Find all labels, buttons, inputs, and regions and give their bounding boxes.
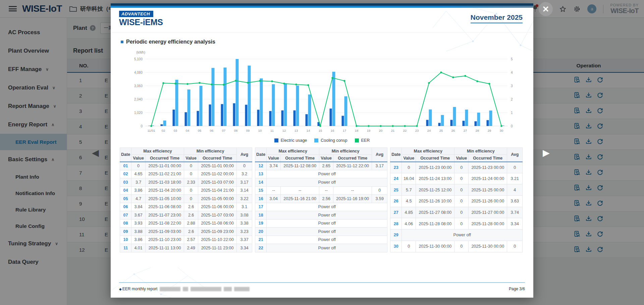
col-max-efficiency: Max efficiency — [267, 148, 319, 155]
efficiency-table-1: DateMax efficiencyMin efficiencyAvgValue… — [120, 147, 252, 252]
legend-cooling-consp: Cooling consp — [314, 138, 347, 143]
col-min-time: Occurred Time — [469, 155, 507, 162]
svg-text:28: 28 — [476, 129, 479, 132]
footer-report-label: ◆ EER monthly report — [119, 287, 250, 291]
svg-text:10: 10 — [258, 129, 262, 132]
col-min-time: Occurred Time — [333, 155, 372, 162]
svg-text:0: 0 — [141, 124, 143, 128]
svg-text:5,100: 5,100 — [134, 57, 143, 61]
efficiency-table-3: DateMax efficiencyMin efficiencyAvgValue… — [390, 147, 523, 252]
svg-text:16: 16 — [331, 129, 334, 132]
col-date: Date — [255, 148, 267, 162]
col-avg: Avg — [237, 148, 252, 162]
svg-text:19: 19 — [367, 129, 371, 132]
eff-row-02: 024.652025-11-02 21:0002025-11-02 00:003… — [120, 170, 252, 178]
col-avg: Avg — [507, 148, 523, 162]
advantech-logo: ADVANTECH — [119, 11, 153, 17]
eff-row-18: 18Power off — [255, 211, 387, 220]
eff-row-09: 093.882025-11-09 03:002.62025-11-09 23:0… — [120, 228, 252, 236]
eff-row-19: 19Power off — [255, 219, 387, 228]
eff-row-15: 15--------0 — [255, 186, 387, 195]
legend-eer: EER — [355, 138, 370, 143]
close-icon[interactable]: ✕ — [539, 2, 553, 16]
col-max-value: Value — [131, 155, 146, 162]
col-max-value: Value — [267, 155, 281, 162]
svg-text:02: 02 — [162, 129, 165, 132]
modal-footer: ◆ EER monthly report Page 3/6 — [119, 282, 525, 291]
svg-text:24: 24 — [427, 129, 431, 132]
col-min-time: Occurred Time — [198, 155, 237, 162]
page-indicator: Page 3/6 — [509, 287, 525, 291]
svg-text:03: 03 — [174, 129, 177, 132]
svg-text:29: 29 — [488, 129, 491, 132]
col-max-efficiency: Max efficiency — [402, 148, 454, 155]
eff-row-24: 2416.042025-11-24 13:0002025-11-24 00:00… — [390, 173, 523, 184]
col-min-efficiency: Min efficiency — [184, 148, 237, 155]
col-min-value: Value — [454, 155, 469, 162]
svg-text:07: 07 — [222, 129, 226, 132]
eff-row-21: 21Power off — [255, 236, 387, 244]
eff-row-10: 103.862025-11-10 23:002.572025-11-10 22:… — [120, 236, 252, 244]
eff-row-07: 073.672025-11-07 23:002.62025-11-07 03:0… — [120, 211, 252, 220]
eff-row-13: 13Power off — [255, 170, 387, 178]
modal-top-stripe-blue — [111, 6, 533, 8]
eff-row-16: 163.042025-11-16 21:002.562025-11-16 19:… — [255, 195, 387, 203]
col-max-time: Occurred Time — [416, 155, 454, 162]
svg-text:27: 27 — [464, 129, 467, 132]
svg-text:4,080: 4,080 — [134, 71, 143, 74]
svg-text:4: 4 — [511, 71, 513, 74]
svg-text:15: 15 — [319, 129, 322, 132]
svg-text:2: 2 — [511, 98, 513, 101]
col-avg: Avg — [372, 148, 387, 162]
eff-row-06: 063.842025-11-06 08:002.62025-11-06 00:0… — [120, 203, 252, 211]
col-max-time: Occurred Time — [146, 155, 184, 162]
svg-text:3: 3 — [511, 84, 513, 88]
modal-top-stripe-dark — [111, 3, 533, 6]
wise-iems-logo: WISE-iEMS — [119, 17, 163, 27]
eff-row-26: 264.52025-11-26 10:0002025-11-26 00:003.… — [390, 196, 523, 207]
prev-page-arrow[interactable]: ◀ — [92, 147, 99, 158]
svg-text:25: 25 — [439, 129, 443, 132]
eff-row-17: 17Power off — [255, 203, 387, 211]
svg-text:08: 08 — [234, 129, 238, 132]
col-min-efficiency: Min efficiency — [454, 148, 507, 155]
eff-row-12: 123.742025-11-12 08:002.652025-11-12 22:… — [255, 162, 387, 170]
header-separator — [111, 32, 533, 33]
efficiency-table-2: DateMax efficiencyMin efficiencyAvgValue… — [255, 147, 387, 252]
eer-report-modal: ADVANTECH WISE-iEMS November 2025 Period… — [111, 3, 533, 298]
col-max-efficiency: Max efficiency — [131, 148, 184, 155]
eff-row-01: 0102025-11-01 00:0002025-11-01 00:000 — [120, 162, 252, 170]
eff-row-23: 2302025-11-23 00:0002025-11-23 00:000 — [390, 162, 523, 173]
eff-row-27: 274.852025-11-27 08:0002025-11-27 00:003… — [390, 207, 523, 218]
chart-legend: Electric usageCooling conspEER — [111, 138, 533, 143]
svg-text:11: 11 — [270, 129, 274, 132]
svg-text:3,060: 3,060 — [134, 84, 143, 88]
next-page-arrow[interactable]: ▶ — [543, 147, 550, 158]
eff-row-14: 14Power off — [255, 178, 387, 187]
svg-text:17: 17 — [343, 129, 346, 132]
eff-row-25: 255.72025-11-25 12:0002025-11-25 00:004 — [390, 184, 523, 196]
col-min-value: Value — [319, 155, 333, 162]
svg-text:05: 05 — [198, 129, 202, 132]
svg-text:11/01: 11/01 — [147, 129, 155, 132]
eff-row-30: 3002025-11-30 00:0002025-11-30 00:000 — [390, 241, 523, 252]
efficiency-tables: DateMax efficiencyMin efficiencyAvgValue… — [120, 147, 523, 252]
svg-text:5: 5 — [511, 57, 513, 61]
square-bullet-icon — [121, 41, 123, 43]
svg-text:20: 20 — [379, 129, 383, 132]
col-max-time: Occurred Time — [281, 155, 319, 162]
svg-text:09: 09 — [246, 129, 250, 132]
svg-text:06: 06 — [210, 129, 214, 132]
svg-text:21: 21 — [391, 129, 395, 132]
diamond-icon: ◆ — [119, 287, 122, 291]
eff-row-11: 114.012025-11-11 13:002.492025-11-11 23:… — [120, 244, 252, 252]
col-min-efficiency: Min efficiency — [319, 148, 372, 155]
col-date: Date — [120, 148, 131, 162]
svg-text:(kWh): (kWh) — [136, 51, 145, 54]
col-min-value: Value — [184, 155, 198, 162]
svg-text:22: 22 — [403, 129, 407, 132]
eff-row-28: 284.062025-11-28 08:0002025-11-28 00:003… — [390, 218, 523, 230]
col-max-value: Value — [402, 155, 416, 162]
eff-row-20: 20Power off — [255, 228, 387, 236]
svg-text:12: 12 — [282, 129, 286, 132]
